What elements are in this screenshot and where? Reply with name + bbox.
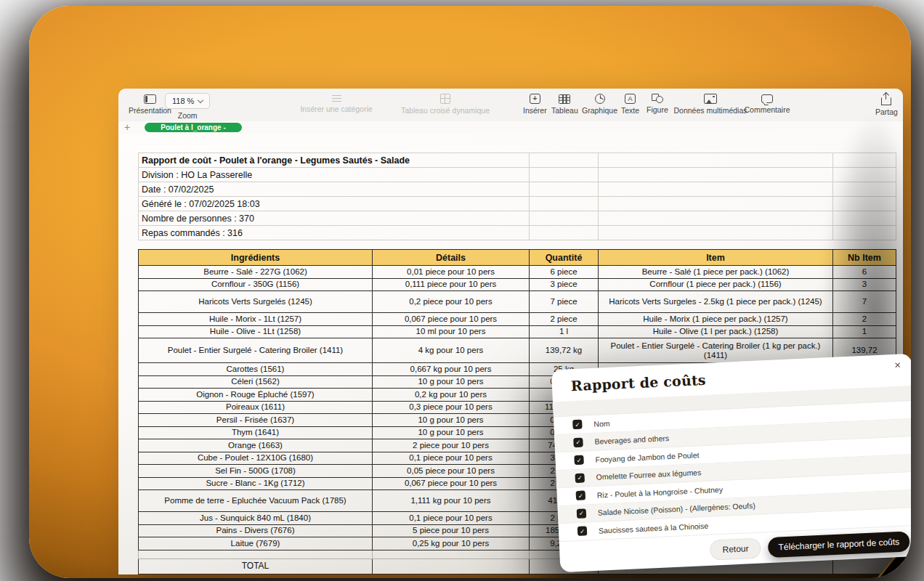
cell-item[interactable]: Huile - Olive (1 l per pack.) (1258)	[599, 325, 833, 338]
column-header-1[interactable]: Détails	[373, 250, 530, 266]
cell-details[interactable]: 0,1 piece pour 10 pers	[373, 512, 530, 525]
empty-cell[interactable]	[599, 211, 833, 226]
empty-cell[interactable]	[530, 211, 599, 226]
cell-ingredient[interactable]: Cube - Poulet - 12X10G (1680)	[139, 452, 373, 465]
chart-button[interactable]: Graphique	[582, 93, 617, 115]
comment-button[interactable]: Commentaire	[742, 93, 793, 114]
empty-cell[interactable]	[599, 182, 833, 197]
cell-ingredient[interactable]: Céleri (1562)	[139, 375, 373, 389]
cell-details[interactable]: 2 piece pour 10 pers	[373, 439, 530, 452]
cell-item[interactable]: Cornflour (1 piece per pack.) (1156)	[599, 278, 833, 291]
checkbox-checked-icon[interactable]: ✓	[578, 527, 588, 537]
checkbox-checked-icon[interactable]: ✓	[575, 473, 585, 483]
cell-details[interactable]: 10 ml pour 10 pers	[373, 325, 530, 338]
empty-cell[interactable]	[139, 550, 373, 558]
meta-cell[interactable]: Division : HO La Passerelle	[139, 168, 530, 182]
download-report-button[interactable]: Télécharger le rapport de coûts	[768, 531, 910, 558]
empty-cell[interactable]	[373, 550, 530, 558]
cell-quantity[interactable]: 6 piece	[530, 266, 599, 279]
cell-ingredient[interactable]: Persil - Frisée (1637)	[139, 414, 373, 427]
table-button[interactable]: Tableau	[551, 93, 578, 115]
cell-details[interactable]: 0,01 piece pour 10 pers	[373, 266, 530, 279]
sheet-tab-poulet-a-l-orange[interactable]: Poulet à l_orange -	[145, 123, 242, 132]
cell-details[interactable]: 0,1 piece pour 10 pers	[373, 452, 530, 465]
cell-ingredient[interactable]: Jus - Sunquick 840 mL (1840)	[139, 512, 373, 525]
empty-cell[interactable]	[599, 153, 833, 168]
cell-ingredient[interactable]: Carottes (1561)	[139, 363, 373, 376]
column-header-0[interactable]: Ingrédients	[139, 250, 373, 266]
cell-ingredient[interactable]: Sel Fin - 500G (1708)	[139, 465, 373, 478]
checkbox-checked-icon[interactable]: ✓	[572, 420, 583, 430]
checkbox-checked-icon[interactable]: ✓	[576, 491, 586, 501]
close-icon[interactable]: ×	[894, 359, 901, 370]
empty-cell[interactable]	[530, 168, 599, 182]
cell-ingredient[interactable]: Beurre - Salé - 227G (1062)	[139, 266, 373, 279]
meta-cell[interactable]: Nombre de personnes : 370	[139, 211, 530, 226]
cell-ingredient[interactable]: Sucre - Blanc - 1Kg (1712)	[139, 477, 373, 490]
cell-quantity[interactable]: 7 piece	[530, 291, 599, 313]
meta-cell[interactable]: Date : 07/02/2025	[139, 182, 530, 197]
empty-cell[interactable]	[530, 574, 599, 574]
cell-details[interactable]: 0,667 kg pour 10 pers	[373, 363, 530, 376]
cell-details[interactable]: 10 g pour 10 pers	[373, 414, 530, 427]
cell-details[interactable]: 0,2 piece pour 10 pers	[373, 291, 530, 313]
zoom-value-button[interactable]: 118 %	[165, 93, 210, 109]
cell-quantity[interactable]: 3 piece	[530, 278, 599, 291]
cell-details[interactable]: 10 g pour 10 pers	[373, 375, 530, 389]
cell-ingredient[interactable]: Huile - Olive - 1Lt (1258)	[139, 325, 373, 338]
meta-cell[interactable]: Généré le : 07/02/2025 18:03	[139, 197, 530, 211]
cell-details[interactable]: 0,2 kg pour 10 pers	[373, 389, 530, 402]
cell-ingredient[interactable]: Haricots Verts Surgelés (1245)	[139, 291, 373, 313]
cell-ingredient[interactable]: Orange (1663)	[139, 439, 373, 452]
cell-quantity[interactable]: 139,72 kg	[530, 338, 599, 363]
empty-cell[interactable]	[530, 226, 599, 240]
cell-item[interactable]: Haricots Verts Surgeles - 2.5kg (1 piece…	[599, 291, 833, 313]
cell-item[interactable]: Beurre - Salé (1 piece per pack.) (1062)	[599, 266, 833, 279]
cell-ingredient[interactable]: Cornflour - 350G (1156)	[139, 278, 373, 291]
cell-details[interactable]: 0,067 piece pour 10 pers	[373, 313, 530, 326]
share-button[interactable]: Partag	[875, 93, 898, 116]
empty-cell[interactable]	[599, 197, 833, 211]
add-sheet-button[interactable]: +	[124, 121, 130, 134]
cell-ingredient[interactable]: Huile - Morix - 1Lt (1257)	[139, 313, 373, 326]
cell-item[interactable]: Huile - Morix (1 piece per pack.) (1257)	[599, 313, 833, 326]
cell-quantity[interactable]: 1 l	[530, 325, 599, 338]
cell-ingredient[interactable]: Thym (1641)	[139, 426, 373, 439]
back-button[interactable]: Retour	[710, 537, 761, 560]
empty-cell[interactable]	[373, 574, 530, 574]
column-header-3[interactable]: Item	[599, 250, 833, 266]
empty-cell[interactable]	[599, 168, 833, 182]
cell-details[interactable]: 0,3 piece pour 10 pers	[373, 401, 530, 414]
cell-details[interactable]: 1,111 kg pour 10 pers	[373, 490, 530, 512]
empty-cell[interactable]	[530, 182, 599, 197]
cell-details[interactable]: 10 g pour 10 pers	[373, 426, 530, 439]
empty-cell[interactable]	[530, 153, 599, 168]
cell-quantity[interactable]: 2 piece	[530, 313, 599, 326]
cell-ingredient[interactable]: Pomme de terre - Epluchée Vacuum Pack (1…	[139, 490, 373, 512]
cell-details[interactable]: 0,05 piece pour 10 pers	[373, 465, 530, 478]
empty-cell[interactable]	[599, 574, 833, 574]
cell-details[interactable]: 4 kg pour 10 pers	[373, 338, 530, 363]
checkbox-checked-icon[interactable]: ✓	[574, 455, 584, 466]
empty-cell[interactable]	[530, 197, 599, 211]
zoom-control[interactable]: 118 % Zoom	[165, 93, 210, 120]
report-title-cell[interactable]: Rapport de coût - Poulet à l'orange - Le…	[139, 153, 530, 168]
cell-details[interactable]: 0,25 kg pour 10 pers	[373, 537, 530, 550]
cell-ingredient[interactable]: Laitue (7679)	[139, 537, 373, 550]
total-label-cell[interactable]: TOTAL PAR PERSONNE	[139, 574, 373, 574]
empty-cell[interactable]	[599, 226, 833, 240]
cell-ingredient[interactable]: Poireaux (1611)	[139, 401, 373, 414]
checkbox-checked-icon[interactable]: ✓	[577, 508, 587, 519]
total-label-cell[interactable]: TOTAL	[139, 558, 373, 574]
cell-details[interactable]: 5 piece pour 10 pers	[373, 524, 530, 537]
shape-button[interactable]: Figure	[647, 93, 668, 114]
cell-ingredient[interactable]: Oignon - Rouge Épluché (1597)	[139, 389, 373, 402]
meta-cell[interactable]: Repas commandés : 316	[139, 226, 530, 240]
empty-cell[interactable]	[373, 558, 530, 574]
cell-ingredient[interactable]: Pains - Divers (7676)	[139, 524, 373, 537]
checkbox-checked-icon[interactable]: ✓	[573, 437, 583, 447]
cell-details[interactable]: 0,111 piece pour 10 pers	[373, 278, 530, 291]
cell-details[interactable]: 0,067 piece pour 10 pers	[373, 477, 530, 490]
text-button[interactable]: Texte	[621, 93, 639, 115]
cell-ingredient[interactable]: Poulet - Entier Surgelé - Catering Broil…	[139, 338, 373, 363]
